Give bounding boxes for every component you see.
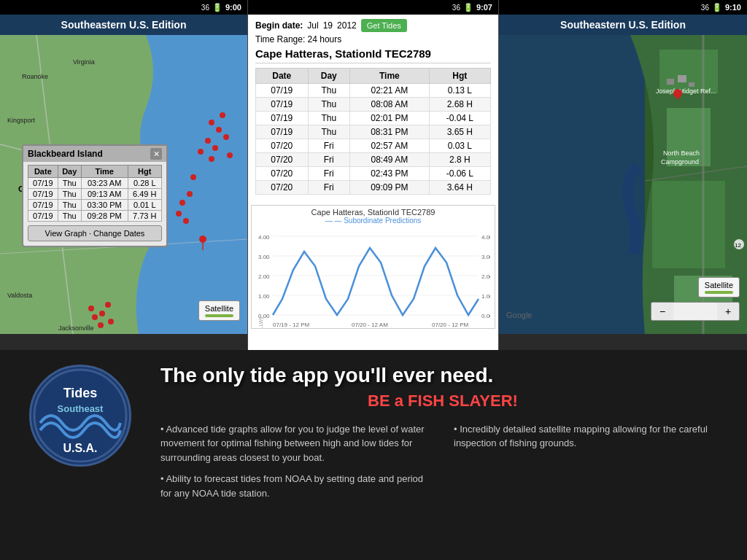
tide-table-cell: 08:08 AM: [350, 98, 430, 112]
svg-point-19: [212, 145, 218, 151]
tide-table-cell: Thu: [308, 84, 350, 98]
view-graph-button[interactable]: View Graph · Change Dates: [28, 225, 162, 241]
popup-table: Date Day Time Hgt 07/19Thu03:23 AM0.28 L…: [28, 165, 162, 222]
popup-table-row: 07/19Thu03:30 PM0.01 L: [28, 200, 162, 211]
tide-table-cell: 07/19: [256, 84, 309, 98]
popup-table-cell: 6.49 H: [128, 189, 161, 200]
zoom-controls: − +: [651, 302, 740, 321]
tide-table-row: 07/20Fri08:49 AM2.8 H: [256, 153, 491, 167]
popup-table-cell: Thu: [58, 211, 81, 222]
right-app-title: Southeastern U.S. Edition: [499, 15, 747, 35]
popup-close-button[interactable]: ✕: [150, 148, 162, 160]
tide-table-row: 07/19Thu08:08 AM2.68 H: [256, 98, 491, 112]
center-battery-icon: 🔋: [463, 3, 473, 12]
tide-table-cell: 07/19: [256, 125, 309, 139]
center-time: 9:07: [476, 3, 492, 12]
zoom-out-button[interactable]: −: [651, 303, 673, 320]
svg-text:1.00: 1.00: [258, 293, 270, 300]
feature-3: • Ability to forecast tides from NOAA by…: [160, 472, 432, 500]
svg-text:U.S.A.: U.S.A.: [63, 442, 97, 454]
right-map[interactable]: 12 Joseph Midget Ref... North Beach Camp…: [499, 35, 747, 334]
tide-table-cell: 07/19: [256, 98, 309, 112]
right-satellite-button[interactable]: Satellite: [698, 277, 740, 298]
popup-table-cell: 09:13 AM: [81, 189, 128, 200]
tide-table-cell: 07/20: [256, 181, 309, 195]
center-signal: 36: [452, 4, 460, 12]
tide-table-row: 07/20Fri02:43 PM-0.06 L: [256, 167, 491, 181]
svg-text:Southeast: Southeast: [58, 403, 104, 414]
begin-date-row: Begin date: Jul 19 2012 Get Tides: [255, 19, 491, 32]
svg-point-35: [88, 306, 94, 311]
svg-rect-67: [689, 82, 694, 87]
tide-table-cell: 08:31 PM: [350, 125, 430, 139]
tide-table-cell: -0.04 L: [429, 112, 490, 125]
svg-rect-66: [678, 75, 686, 82]
feature-1: • Advanced tide graphs allow for you to …: [160, 422, 432, 465]
get-tides-button[interactable]: Get Tides: [361, 19, 407, 32]
svg-text:Roanoke: Roanoke: [22, 73, 48, 80]
chart-subtitle: — — Subordinate Predictions: [252, 217, 495, 226]
svg-point-28: [176, 211, 182, 217]
tide-table-cell: 02:43 PM: [350, 167, 430, 181]
zoom-bar: [673, 303, 717, 320]
popup-table-cell: 0.28 L: [128, 178, 161, 189]
right-battery-icon: 🔋: [712, 3, 722, 12]
main-tagline: The only tide app you'll ever need.: [160, 365, 725, 387]
popup-table-row: 07/19Thu09:13 AM6.49 H: [28, 189, 162, 200]
left-map[interactable]: Roanoke Virginia Kingsport Greensboro No…: [0, 35, 247, 334]
svg-rect-61: [652, 181, 725, 268]
svg-point-34: [98, 322, 104, 328]
left-panel: 36 🔋 9:00 Southeastern U.S. Edition Roan…: [0, 0, 248, 350]
svg-rect-65: [667, 79, 674, 85]
popup-table-cell: 07/19: [28, 189, 58, 200]
popup-col-hgt: Hgt: [128, 166, 161, 178]
tide-col-date: Date: [256, 69, 309, 84]
feature-2: • Incredibly detailed satellite mapping …: [454, 422, 725, 465]
tide-table-cell: Fri: [308, 167, 350, 181]
popup-table-cell: Thu: [58, 200, 81, 211]
left-status-bar: 36 🔋 9:00: [0, 0, 247, 15]
begin-month: Jul: [307, 20, 318, 31]
svg-point-21: [220, 112, 225, 118]
time-range-value: 24 hours: [308, 34, 342, 44]
svg-text:Kingsport: Kingsport: [7, 117, 36, 124]
right-signal: 36: [701, 4, 709, 12]
left-satellite-button[interactable]: Satellite: [198, 300, 240, 321]
svg-point-24: [198, 149, 204, 155]
zoom-in-button[interactable]: +: [717, 303, 739, 320]
svg-point-33: [92, 314, 98, 320]
tide-chart-svg: 4.00 3.00 2.00 1.00 0.00 4.00 3.00 2.00 …: [257, 226, 490, 328]
svg-text:Campground: Campground: [661, 158, 699, 166]
svg-point-30: [105, 302, 111, 308]
svg-text:4.00: 4.00: [481, 234, 490, 241]
right-panel: 36 🔋 9:10 Southeastern U.S. Edition: [499, 0, 747, 350]
tide-table-row: 07/20Fri02:57 AM0.03 L: [256, 139, 491, 153]
tide-table-cell: 0.03 L: [429, 139, 490, 153]
svg-point-27: [179, 200, 185, 206]
tide-table-cell: -0.06 L: [429, 167, 490, 181]
logo-area: Tides Southeast U.S.A.: [22, 365, 139, 467]
popup-table-cell: 03:30 PM: [81, 200, 128, 211]
tide-table-cell: 02:57 AM: [350, 139, 430, 153]
svg-point-31: [99, 311, 105, 316]
tide-table-row: 07/19Thu02:01 PM-0.04 L: [256, 112, 491, 125]
popup-table-cell: Thu: [58, 178, 81, 189]
left-app-title: Southeastern U.S. Edition: [0, 15, 247, 35]
time-range-row: Time Range: 24 hours: [255, 34, 491, 44]
center-content: Begin date: Jul 19 2012 Get Tides Time R…: [248, 15, 498, 205]
svg-text:North Beach: North Beach: [663, 149, 700, 157]
tide-table-cell: 0.13 L: [429, 84, 490, 98]
svg-text:07/19 - 12 PM: 07/19 - 12 PM: [273, 322, 310, 328]
svg-text:12: 12: [735, 242, 741, 249]
tide-table-cell: Fri: [308, 181, 350, 195]
tide-col-hgt: Hgt: [429, 69, 490, 84]
tide-table-cell: Fri: [308, 139, 350, 153]
popup-table-cell: 09:28 PM: [81, 211, 128, 222]
begin-date-label: Begin date:: [255, 20, 303, 31]
left-signal: 36: [201, 4, 209, 12]
tide-table-row: 07/19Thu08:31 PM3.65 H: [256, 125, 491, 139]
tide-table-cell: Thu: [308, 125, 350, 139]
station-title: Cape Hatteras, StationId TEC2789: [255, 47, 491, 63]
svg-text:2.00: 2.00: [481, 273, 490, 280]
tide-table-cell: 09:09 PM: [350, 181, 430, 195]
